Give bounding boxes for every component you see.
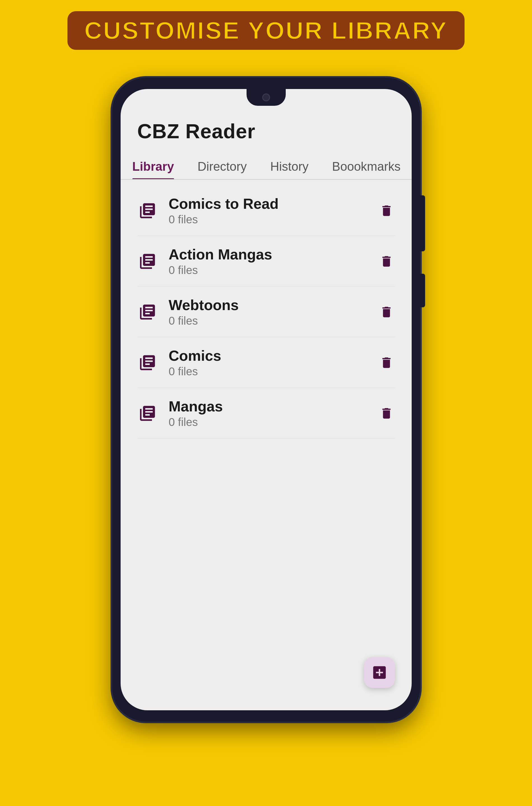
item-count: 0 files [169,416,378,428]
tab-library[interactable]: Library [121,154,186,179]
add-library-icon [371,664,388,681]
item-count: 0 files [169,264,378,276]
tabs-bar: Library Directory History Boookmarks Set… [121,148,412,180]
list-item[interactable]: Webtoons 0 files [121,287,412,337]
delete-button[interactable] [378,253,395,270]
item-info: Webtoons 0 files [169,296,378,327]
book-collection-icon [137,353,157,373]
item-info: Mangas 0 files [169,398,378,428]
front-camera [262,94,270,101]
delete-button[interactable] [378,354,395,371]
item-name: Action Mangas [169,246,378,263]
phone-shell: CBZ Reader Library Directory History Boo… [112,78,420,722]
banner-text: CUSTOMISE YOUR LIBRARY [84,17,448,44]
item-count: 0 files [169,213,378,226]
item-info: Comics 0 files [169,347,378,378]
list-item[interactable]: Action Mangas 0 files [121,236,412,287]
item-name: Comics [169,347,378,364]
item-info: Action Mangas 0 files [169,246,378,276]
app-header: CBZ Reader [121,109,412,148]
app-title: CBZ Reader [137,120,395,143]
list-item[interactable]: Mangas 0 files [121,388,412,439]
phone-screen: CBZ Reader Library Directory History Boo… [121,89,412,710]
list-item[interactable]: Comics to Read 0 files [121,185,412,236]
tab-directory[interactable]: Directory [186,154,259,179]
banner: CUSTOMISE YOUR LIBRARY [68,11,464,50]
phone-mockup: CBZ Reader Library Directory History Boo… [112,78,420,722]
book-collection-icon [137,302,157,322]
item-info: Comics to Read 0 files [169,195,378,226]
item-name: Comics to Read [169,195,378,212]
delete-button[interactable] [378,304,395,321]
item-count: 0 files [169,314,378,327]
list-item[interactable]: Comics 0 files [121,337,412,388]
item-name: Webtoons [169,296,378,313]
book-collection-icon [137,201,157,221]
library-list: Comics to Read 0 files [121,180,412,710]
phone-notch [247,89,286,106]
delete-button[interactable] [378,405,395,422]
book-collection-icon [137,251,157,271]
delete-button[interactable] [378,202,395,219]
app-content: CBZ Reader Library Directory History Boo… [121,89,412,710]
book-collection-icon [137,403,157,423]
tab-bookmarks[interactable]: Boookmarks [320,154,412,179]
item-count: 0 files [169,365,378,378]
add-library-button[interactable] [364,657,395,688]
tab-history[interactable]: History [259,154,320,179]
item-name: Mangas [169,398,378,415]
